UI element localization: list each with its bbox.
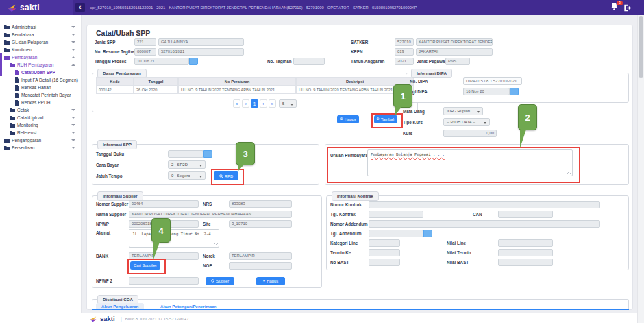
chevron-down-icon [71,139,75,141]
kppn-code-input[interactable]: 019 [395,48,414,56]
dot-icon: ● [263,279,265,283]
nomor-addendum-input[interactable] [369,220,600,228]
jatuh-tempo-select[interactable]: 0 - Segera [168,171,206,180]
nama-supplier-input[interactable]: KANTOR PUSAT DIREKTORAT JENDERAL PERBEND… [129,211,292,218]
tgl-addendum-input[interactable] [369,230,423,237]
bank-input[interactable]: TERLAMPIR [129,252,199,260]
kppn-desc-input[interactable]: JAKARTAII [416,48,493,56]
norek-input[interactable]: TERLAMPIR [229,252,292,260]
can-input[interactable] [498,211,553,218]
folder-icon [10,108,15,112]
tahun-anggaran-input[interactable]: 2021 [395,58,414,65]
nop-input[interactable] [229,262,292,270]
alamat-label: Alamat [96,229,110,237]
tanggal-buku-calendar-button[interactable] [203,150,212,158]
table-header-no-peraturan: No Peraturan [178,77,296,86]
kurs-input[interactable]: 0,00 [443,130,497,137]
nilai-termin-input[interactable] [498,249,553,256]
sidebar-item-mencatat-perintah-bayar[interactable]: Mencatat Perintah Bayar [0,91,81,99]
sidebar-item-renkas-harian[interactable]: Renkas Harian [0,84,81,91]
sidebar-item-input-fa-detail[interactable]: Input FA Detail (16 Segmen) [0,76,81,84]
nilai-bast-input[interactable] [498,259,553,266]
nrs-input[interactable]: 833083 [229,200,292,208]
sidebar-item-komitmen[interactable]: Komitmen [0,46,81,53]
sidebar-item-penganggaran[interactable]: Penganggaran [0,136,81,144]
page-size-select[interactable]: 5 [279,99,297,108]
chevron-down-icon [71,124,75,126]
uraian-pembayaran-textarea[interactable]: Pembayaran Belanja Pegawai . . . [367,149,573,176]
sidebar-item-ruh-pembayaran[interactable]: RUH Pembayaran [0,61,81,69]
tipe-kurs-select[interactable]: -- PILIH DATA -- [443,118,490,126]
pagination-next-button[interactable]: › [260,99,267,108]
tanggal-proses-input[interactable]: 10 Jun 21 [134,58,189,65]
mata-uang-select[interactable]: IDR - Rupiah [443,107,483,115]
nomor-supplier-input[interactable]: 90464 [129,200,199,208]
tambah-button[interactable]: ⊕ Tambah [374,115,397,123]
jenis-spp-code-input[interactable]: 221 [134,38,156,46]
jenis-pegawai-input[interactable]: PNS [445,58,470,65]
no-resume-tagihan-desc-input[interactable]: 527010/2021 [158,48,244,56]
tanggal-proses-calendar-button[interactable] [189,58,198,65]
satker-code-input[interactable]: 527010 [395,38,414,46]
resize-handle[interactable] [214,242,218,246]
sidebar-item-monitoring[interactable]: Monitoring [0,121,81,129]
pagination-last-button[interactable]: » [269,99,276,108]
sidebar-item-catat-ubah-spp[interactable]: Catat/Ubah SPP [0,69,81,76]
scrollbar-thumb[interactable] [639,16,643,78]
chevron-down-icon [71,147,75,149]
informasi-kontrak-title: Informasi Kontrak [332,191,379,201]
tgl-dipa-input[interactable]: 16 Nov 20 [463,88,510,95]
sidebar-item-cetak[interactable]: Cetak [0,106,81,114]
tanggal-buku-input[interactable] [168,150,203,158]
npwp-label: NPWP [96,220,109,228]
alamat-textarea[interactable]: Jl. Lapangan Banteng Timur No. 2-4 [129,229,219,248]
logout-button[interactable] [623,3,634,12]
termin-ke-input[interactable] [369,249,400,256]
pagination-page-1[interactable]: 1 [251,99,258,108]
sidebar-item-administrasi[interactable]: Administrasi [0,23,81,31]
satker-desc-input[interactable]: KANTOR PUSAT DIREKTORAT JENDERAL PER [416,38,493,46]
folder-icon [4,25,10,29]
jenis-spp-desc-input[interactable]: GAJI LAINNYA [158,38,244,46]
tgl-addendum-calendar-button[interactable] [423,230,432,237]
table-row[interactable]: 000142 26 Okt 2020 UU NO. 9 TAHUN 2020 T… [96,86,414,94]
npwp2-input[interactable] [129,277,199,285]
nilai-line-input[interactable] [498,239,553,247]
sidebar-item-catat-upload[interactable]: Catat/Upload [0,114,81,121]
can-label: CAN [473,211,482,218]
no-tagihan-input[interactable] [293,58,325,65]
back-button[interactable]: ‹ [75,3,85,12]
section-divider [96,274,317,274]
no-resume-tagihan-code-input[interactable]: 00000T [134,48,156,56]
kategori-line-input[interactable] [369,239,400,247]
sidebar-item-renkas-ppdh[interactable]: Renkas PPDH [0,99,81,106]
pagination-prev-button[interactable]: ‹ [242,99,249,108]
site-input[interactable]: 3_10710 [229,220,292,228]
hapus-supplier-button[interactable]: ● Hapus [256,277,285,285]
vertical-scrollbar[interactable] [637,15,644,323]
footer-separator: | [121,315,122,322]
nilai-bast-label: Nilai BAST [447,259,469,266]
cara-bayar-select[interactable]: 2 - SP2D [168,160,206,169]
no-bast-input[interactable] [369,259,400,266]
rpd-button[interactable]: RPD [214,171,238,180]
kppn-label: KPPN [351,48,363,56]
sidebar-item-bendahara[interactable]: Bendahara [0,31,81,38]
notifications-button[interactable]: 3 [610,2,621,13]
chevron-down-icon [71,26,75,28]
dasar-pembayaran-table-header: Kode Tanggal No Peraturan Deskripsi [96,77,414,86]
sidebar-item-pembayaran[interactable]: Pembayaran [0,53,81,61]
tgl-kontrak-input[interactable] [369,211,423,218]
no-dipa-input[interactable]: DIPA-015.08.1.527010/2021 [463,77,522,85]
sidebar-item-referensi[interactable]: Referensi [0,129,81,136]
sidebar-item-persediaan[interactable]: Persediaan [0,144,81,152]
hapus-button[interactable]: ⊕ Hapus [337,115,359,123]
suplier-search-button[interactable]: Suplier [206,277,234,285]
pagination-first-button[interactable]: « [233,99,240,108]
tgl-dipa-calendar-button[interactable] [510,88,519,95]
cari-supplier-button[interactable]: Cari Supplier [130,261,160,270]
nomor-kontrak-input[interactable] [369,201,600,208]
resize-handle[interactable] [567,171,571,175]
nilai-termin-label: Nilai Termin [447,249,471,256]
sidebar-item-gl-dan-pelaporan[interactable]: GL dan Pelaporan [0,38,81,46]
